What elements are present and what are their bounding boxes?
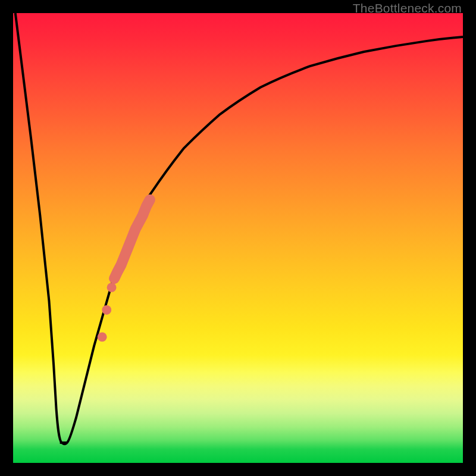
curve-left-branch: [15, 13, 67, 444]
chart-svg: [13, 13, 463, 463]
marker-dot: [102, 305, 111, 315]
chart-frame: TheBottleneck.com: [0, 0, 476, 476]
plot-area: [13, 13, 463, 463]
marker-dot: [98, 332, 107, 342]
marker-bar: [114, 200, 150, 278]
marker-dot: [107, 283, 117, 292]
